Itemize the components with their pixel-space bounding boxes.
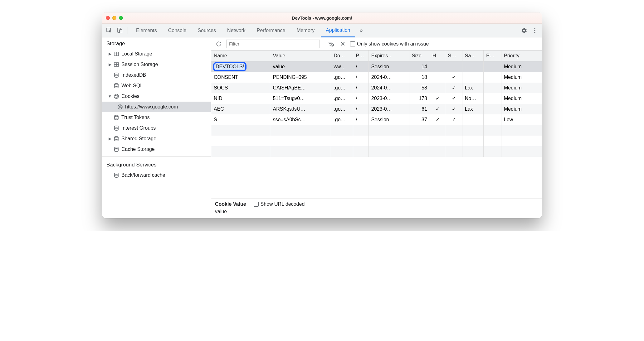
sidebar-item-interest-groups[interactable]: Interest Groups: [102, 123, 211, 133]
cell-path[interactable]: /: [353, 72, 369, 83]
cell-domain[interactable]: .go…: [331, 104, 353, 114]
cell-s[interactable]: ✓: [445, 83, 462, 93]
table-row[interactable]: Ssso=sA0bSc….go…/Session37✓✓Low: [211, 114, 542, 125]
cell-path[interactable]: /: [353, 114, 369, 125]
kebab-menu-icon[interactable]: [530, 26, 539, 35]
cell-path[interactable]: /: [353, 83, 369, 93]
cell-name[interactable]: S: [211, 114, 270, 125]
column-header[interactable]: Name: [211, 50, 270, 61]
cell-domain[interactable]: .go…: [331, 83, 353, 93]
more-tabs-icon[interactable]: »: [356, 26, 366, 35]
cell-p[interactable]: [484, 104, 501, 114]
cell-domain[interactable]: .go…: [331, 114, 353, 125]
cell-size[interactable]: 61: [409, 104, 430, 114]
sidebar-item-session-storage[interactable]: ▶Session Storage: [102, 59, 211, 70]
column-header[interactable]: H.: [430, 50, 445, 61]
cell-s[interactable]: ✓: [445, 93, 462, 104]
cell-domain[interactable]: .go…: [331, 72, 353, 83]
cell-expires[interactable]: 2023-0…: [368, 104, 409, 114]
cell-sa[interactable]: Lax: [462, 83, 484, 93]
column-header[interactable]: Do…: [331, 50, 353, 61]
cell-s[interactable]: [445, 61, 462, 72]
tab-console[interactable]: Console: [163, 24, 192, 37]
cell-value[interactable]: PENDING+095: [270, 72, 331, 83]
tab-memory[interactable]: Memory: [291, 24, 320, 37]
settings-icon[interactable]: [520, 26, 529, 35]
tab-sources[interactable]: Sources: [193, 24, 221, 37]
cell-priority[interactable]: Low: [501, 114, 542, 125]
cell-p[interactable]: [484, 114, 501, 125]
cell-value[interactable]: CAISHAgBE…: [270, 83, 331, 93]
cell-sa[interactable]: No…: [462, 93, 484, 104]
sidebar-item-shared-storage[interactable]: ▶Shared Storage: [102, 133, 211, 144]
cell-expires[interactable]: 2024-0…: [368, 72, 409, 83]
cell-sa[interactable]: [462, 114, 484, 125]
cell-s[interactable]: ✓: [445, 104, 462, 114]
cookie-name-edit-field[interactable]: DEVTOOLS!: [213, 62, 246, 71]
cell-expires[interactable]: 2024-0…: [368, 83, 409, 93]
column-header[interactable]: Sa…: [462, 50, 484, 61]
table-row[interactable]: AECARSKqsJsU….go…/2023-0…61✓✓LaxMedium: [211, 104, 542, 114]
column-header[interactable]: Priority: [501, 50, 542, 61]
sidebar-item-cookie-origin[interactable]: https://www.google.com: [102, 102, 211, 112]
clear-all-icon[interactable]: ✕: [338, 40, 347, 48]
cell-path[interactable]: /: [353, 61, 369, 72]
column-header[interactable]: S…: [445, 50, 462, 61]
column-header[interactable]: Size: [409, 50, 430, 61]
tab-elements[interactable]: Elements: [131, 24, 162, 37]
clear-filter-icon[interactable]: [326, 40, 335, 48]
sidebar-item-web-sql[interactable]: Web SQL: [102, 80, 211, 91]
cell-p[interactable]: [484, 72, 501, 83]
inspect-element-icon[interactable]: [105, 26, 114, 35]
table-row[interactable]: CONSENTPENDING+095.go…/2024-0…18✓Medium: [211, 72, 542, 83]
cell-p[interactable]: [484, 93, 501, 104]
sidebar-item-local-storage[interactable]: ▶Local Storage: [102, 49, 211, 59]
cell-priority[interactable]: Medium: [501, 72, 542, 83]
cell-priority[interactable]: Medium: [501, 104, 542, 114]
cell-name[interactable]: SOCS: [211, 83, 270, 93]
cell-h[interactable]: ✓: [430, 93, 445, 104]
cell-value[interactable]: 511=Tsugv0…: [270, 93, 331, 104]
cell-size[interactable]: 37: [409, 114, 430, 125]
sidebar-item-cookies[interactable]: ▼Cookies: [102, 91, 211, 102]
cell-priority[interactable]: Medium: [501, 93, 542, 104]
cell-sa[interactable]: [462, 61, 484, 72]
cell-domain[interactable]: ww…: [331, 61, 353, 72]
cell-h[interactable]: [430, 83, 445, 93]
cell-priority[interactable]: Medium: [501, 83, 542, 93]
cell-path[interactable]: /: [353, 93, 369, 104]
cell-sa[interactable]: Lax: [462, 104, 484, 114]
table-row[interactable]: DEVTOOLS!valueww…/Session14Medium: [211, 61, 542, 72]
cell-size[interactable]: 18: [409, 72, 430, 83]
device-toggle-icon[interactable]: [115, 26, 124, 35]
cell-value[interactable]: sso=sA0bSc…: [270, 114, 331, 125]
cell-h[interactable]: ✓: [430, 104, 445, 114]
cookies-table[interactable]: NameValueDo…P…Expires…SizeH.S…Sa…P…Prior…: [211, 50, 542, 199]
sidebar-item-back-forward-cache[interactable]: Back/forward cache: [102, 170, 211, 180]
cell-name[interactable]: DEVTOOLS!: [211, 61, 270, 72]
show-url-decoded-checkbox[interactable]: Show URL decoded: [254, 201, 305, 207]
cell-domain[interactable]: .go…: [331, 93, 353, 104]
column-header[interactable]: P…: [353, 50, 369, 61]
sidebar-item-cache-storage[interactable]: Cache Storage: [102, 144, 211, 155]
cell-s[interactable]: ✓: [445, 114, 462, 125]
sidebar-item-indexeddb[interactable]: IndexedDB: [102, 70, 211, 80]
cell-sa[interactable]: [462, 72, 484, 83]
cell-path[interactable]: /: [353, 104, 369, 114]
cell-name[interactable]: AEC: [211, 104, 270, 114]
tab-application[interactable]: Application: [321, 24, 355, 37]
cell-size[interactable]: 178: [409, 93, 430, 104]
cell-h[interactable]: ✓: [430, 114, 445, 125]
cell-expires[interactable]: Session: [368, 61, 409, 72]
cell-value[interactable]: ARSKqsJsU…: [270, 104, 331, 114]
cell-value[interactable]: value: [270, 61, 331, 72]
tab-network[interactable]: Network: [222, 24, 251, 37]
column-header[interactable]: Value: [270, 50, 331, 61]
cell-size[interactable]: 58: [409, 83, 430, 93]
table-row[interactable]: NID511=Tsugv0….go…/2023-0…178✓✓No…Medium: [211, 93, 542, 104]
cell-expires[interactable]: Session: [368, 114, 409, 125]
cell-expires[interactable]: 2023-0…: [368, 93, 409, 104]
cell-priority[interactable]: Medium: [501, 61, 542, 72]
filter-input[interactable]: [226, 40, 320, 48]
refresh-icon[interactable]: [214, 40, 223, 48]
